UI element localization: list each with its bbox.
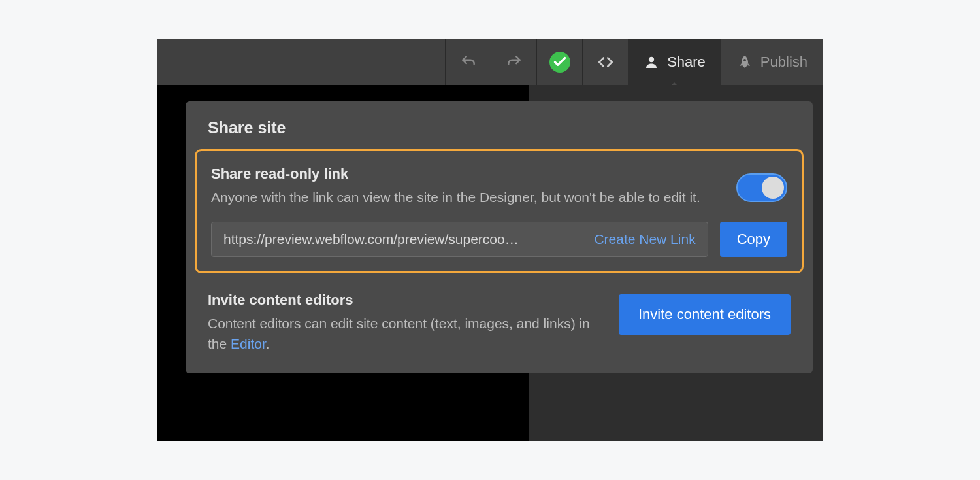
share-url-value: https://preview.webflow.com/preview/supe… — [223, 231, 519, 247]
share-button[interactable]: Share — [628, 39, 721, 85]
readonly-section: Share read-only link Anyone with the lin… — [195, 149, 804, 273]
top-toolbar: Share Publish — [157, 39, 823, 85]
panel-title: Share site — [208, 118, 791, 137]
svg-point-1 — [743, 59, 746, 61]
invite-heading: Invite content editors — [208, 292, 593, 309]
rocket-icon — [737, 54, 753, 70]
code-icon — [597, 54, 614, 71]
readonly-toggle[interactable] — [736, 173, 787, 202]
readonly-description: Anyone with the link can view the site i… — [211, 188, 717, 207]
redo-button[interactable] — [491, 39, 536, 85]
svg-point-0 — [649, 57, 654, 62]
code-button[interactable] — [582, 39, 628, 85]
panel-header: Share site — [186, 101, 813, 149]
create-new-link[interactable]: Create New Link — [594, 231, 695, 247]
invite-editors-button[interactable]: Invite content editors — [619, 294, 791, 335]
editor-link[interactable]: Editor — [231, 336, 266, 351]
undo-button[interactable] — [445, 39, 491, 85]
person-icon — [644, 54, 659, 70]
undo-icon — [460, 54, 477, 71]
publish-button[interactable]: Publish — [721, 39, 823, 85]
toggle-knob — [762, 177, 784, 199]
share-url-field[interactable]: https://preview.webflow.com/preview/supe… — [211, 222, 708, 257]
status-ok-icon — [549, 52, 570, 73]
share-button-label: Share — [667, 54, 706, 71]
app-window: Share Publish Share site Share read-only… — [157, 39, 823, 441]
redo-icon — [506, 54, 523, 71]
status-button[interactable] — [536, 39, 582, 85]
invite-desc-suffix: . — [266, 336, 270, 351]
copy-button[interactable]: Copy — [720, 222, 787, 257]
publish-button-label: Publish — [760, 54, 808, 71]
readonly-heading: Share read-only link — [211, 165, 717, 182]
invite-section: Invite content editors Content editors c… — [186, 273, 813, 373]
invite-description: Content editors can edit site content (t… — [208, 314, 593, 354]
share-panel: Share site Share read-only link Anyone w… — [186, 101, 813, 373]
